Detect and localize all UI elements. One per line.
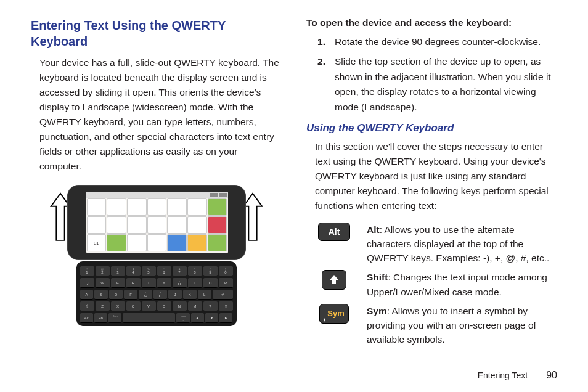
left-column: Entering Text Using the QWERTY Keyboard … bbox=[31, 17, 282, 359]
footer-page-number: 90 bbox=[546, 370, 557, 381]
step-2: Slide the top section of the device up t… bbox=[317, 54, 557, 115]
page-footer: Entering Text 90 bbox=[478, 370, 557, 381]
phone-display-section: 31 bbox=[67, 185, 246, 260]
shift-key-icon bbox=[315, 270, 353, 290]
step-1: Rotate the device 90 degrees counter-clo… bbox=[317, 35, 557, 49]
sym-key-row: , Sym Sym: Allows you to insert a symbol… bbox=[315, 304, 557, 347]
right-column: To open the device and access the keyboa… bbox=[306, 17, 557, 359]
home-screen-grid: 31 bbox=[86, 198, 228, 252]
alt-key-row: Alt Alt: Allows you to use the alternate… bbox=[315, 223, 557, 266]
sym-key-description: Sym: Allows you to insert a symbol by pr… bbox=[367, 304, 557, 347]
shift-key-description: Shift: Changes the text input mode among… bbox=[367, 270, 557, 299]
sym-key-icon: , Sym bbox=[315, 304, 353, 324]
using-keyboard-heading: Using the QWERTY Keyboard bbox=[306, 122, 557, 134]
device-illustration: 31 !1@2#3$4%5^6&7*8(9)0QWERTY-UIOPASDF<G… bbox=[52, 180, 261, 334]
open-device-heading: To open the device and access the keyboa… bbox=[306, 17, 557, 28]
main-heading: Entering Text Using the QWERTY Keyboard bbox=[31, 17, 282, 49]
intro-paragraph: Your device has a full, slide-out QWERTY… bbox=[39, 55, 282, 174]
alt-key-icon: Alt bbox=[315, 223, 353, 241]
phone-body: 31 !1@2#3$4%5^6&7*8(9)0QWERTY-UIOPASDF<G… bbox=[67, 185, 246, 327]
status-bar bbox=[86, 192, 228, 198]
special-keys-table: Alt Alt: Allows you to use the alternate… bbox=[315, 223, 557, 347]
phone-keyboard: !1@2#3$4%5^6&7*8(9)0QWERTY-UIOPASDF<G>HJ… bbox=[76, 261, 237, 326]
shift-key-row: Shift: Changes the text input mode among… bbox=[315, 270, 557, 299]
alt-key-description: Alt: Allows you to use the alternate cha… bbox=[367, 223, 557, 266]
phone-screen: 31 bbox=[86, 192, 228, 253]
using-keyboard-intro: In this section we'll cover the steps ne… bbox=[315, 139, 557, 213]
shift-arrow-icon bbox=[322, 270, 346, 290]
footer-section-name: Entering Text bbox=[478, 370, 528, 380]
open-device-steps: Rotate the device 90 degrees counter-clo… bbox=[317, 35, 557, 115]
